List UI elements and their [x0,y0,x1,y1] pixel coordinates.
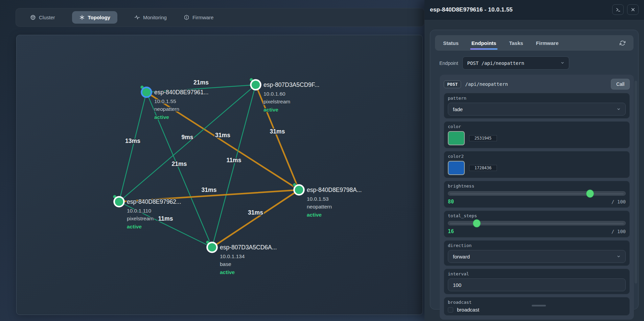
node-status-label: active [220,269,235,275]
tab-endpoints[interactable]: Endpoints [472,35,496,51]
field-block-direction: directionforward [444,240,630,266]
field-label: broadcast [448,300,626,305]
edge-latency-label: 31ms [270,128,285,135]
nav-tab-topology[interactable]: Topology [72,11,117,24]
field-label: direction [448,243,626,248]
field-block-interval: interval100 [444,269,630,294]
edge-latency-label: 31ms [202,187,217,193]
edge-latency-label: 11ms [227,157,242,164]
field-label: color2 [448,154,626,159]
tab-status[interactable]: Status [443,35,459,51]
node-role-label: neopattern [307,204,332,209]
graph-node[interactable]: esp-840D8E97962...10.0.1.110pixelstreama… [113,195,181,230]
total_steps-slider-thumb[interactable] [473,219,481,227]
edge-latency-label: 31ms [215,132,230,139]
pattern-select-value: fade [453,106,463,112]
nav-tab-firmware[interactable]: Firmware [184,15,214,20]
color2-value-input[interactable]: 1728436 [469,165,497,171]
color-swatch[interactable] [448,131,465,145]
edge-latency-label: 21ms [172,160,187,167]
node-ip-label: 10.0.1.53 [307,196,329,202]
total_steps-slider[interactable] [448,221,626,225]
node-name-label: esp-840D8E97962... [127,198,181,205]
endpoint-dropdown-value: POST /api/neopattern [467,60,524,66]
close-button[interactable] [627,4,639,15]
broadcast-checkbox[interactable] [448,307,453,313]
endpoint-form-header: POST /api/neopattern Call [444,78,630,90]
field-label: brightness [448,183,626,189]
node-circle[interactable] [207,243,217,252]
edge-latency-label: 9ms [181,134,193,141]
device-panel-card: StatusEndpointsTasksFirmware Endpoint PO… [430,30,639,310]
vertical-scrollbar[interactable] [635,81,637,283]
field-block-color: color2531945 [444,121,630,148]
edge-latency-label: 31ms [248,209,263,216]
node-ip-label: 10.0.1.55 [154,98,176,104]
node-status-label: active [127,224,142,229]
field-block-brightness: brightness80/ 100 [444,181,630,208]
total_steps-max-value: / 100 [612,229,626,234]
close-icon [630,7,636,12]
drawer-title: esp-840D8E979616 - 10.0.1.55 [430,6,513,13]
field-label: interval [448,271,626,276]
edge-latency-label: 11ms [158,215,173,222]
graph-node[interactable]: esp-840D8E9798A...10.0.1.53neopatternact… [293,183,362,218]
node-role-label: pixelstream [127,216,154,221]
node-circle[interactable] [251,80,261,90]
brightness-slider-thumb[interactable] [586,190,594,198]
terminal-button[interactable] [612,4,624,15]
endpoint-label: Endpoint [439,60,458,66]
edge-latency-label: 13ms [125,138,140,144]
pattern-select[interactable]: fade [448,103,626,116]
node-circle[interactable] [294,185,304,195]
edge-latency-label: 21ms [193,79,209,86]
color-value-input[interactable]: 2531945 [469,135,497,141]
node-ip-label: 10.0.1.110 [127,208,151,214]
endpoint-dropdown[interactable]: POST /api/neopattern [462,56,569,70]
tab-firmware[interactable]: Firmware [536,35,559,51]
node-name-label: esp-807D3A5CD6A... [220,244,277,251]
field-label: color [448,124,626,129]
node-role-label: base [220,261,231,267]
tab-tasks[interactable]: Tasks [509,35,523,51]
brightness-current-value: 80 [448,199,454,205]
nav-tab-label: Monitoring [143,15,167,20]
edge-line [119,92,146,202]
nav-tab-label: Topology [88,15,110,20]
node-role-label: neopattern [154,106,179,112]
direction-select[interactable]: forward [448,250,626,263]
broadcast-checkbox-label: broadcast [457,307,479,313]
node-circle[interactable] [142,88,152,97]
node-name-label: esp-840D8E9798A... [307,187,362,193]
nav-tab-monitoring[interactable]: Monitoring [134,15,167,20]
monitoring-icon [134,15,140,20]
endpoint-selector-row: Endpoint POST /api/neopattern [435,56,634,70]
node-name-label: esp-807D3A5CD9F... [263,81,319,88]
graph-node[interactable]: esp-807D3A5CD6A...10.0.1.134baseactive [206,241,277,275]
call-button[interactable]: Call [611,79,630,90]
nav-tab-cluster[interactable]: Cluster [30,15,55,20]
refresh-button[interactable] [620,40,625,46]
node-name-label: esp-840D8E97961... [154,89,209,96]
method-badge: POST [444,80,461,88]
node-circle[interactable] [114,197,124,207]
field-block-total_steps: total_steps16/ 100 [444,211,630,238]
direction-select-value: forward [453,254,470,260]
brightness-slider[interactable] [448,191,626,196]
node-status-label: active [263,107,278,113]
horizontal-scrollbar[interactable] [532,305,546,306]
color2-swatch[interactable] [448,161,465,175]
device-drawer: esp-840D8E979616 - 10.0.1.55 StatusEndpo… [424,0,644,321]
field-label: total_steps [448,213,626,218]
endpoint-path: /api/neopattern [465,81,508,87]
cluster-icon [30,15,36,20]
chevron-down-icon [560,60,565,66]
chevron-down-icon [617,106,621,112]
interval-input[interactable]: 100 [448,278,626,291]
drawer-header: esp-840D8E979616 - 10.0.1.55 [424,0,644,20]
node-status-label: active [307,212,322,218]
field-label: pattern [448,96,626,101]
brightness-max-value: / 100 [612,199,626,204]
firmware-icon [184,15,189,20]
terminal-icon [616,7,621,12]
